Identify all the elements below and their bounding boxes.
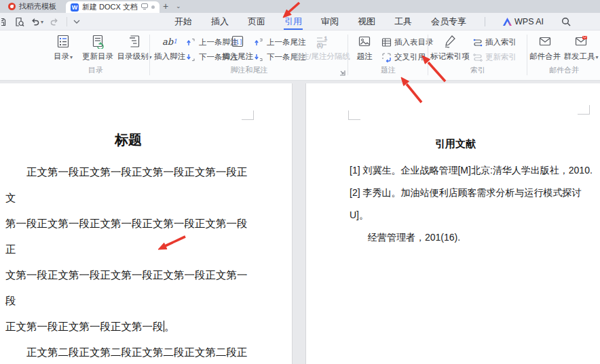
mark-index-entry-label: 标记索引项 xyxy=(430,52,470,62)
save-icon[interactable] xyxy=(1,17,8,27)
cross-reference-icon xyxy=(381,52,392,62)
menu-tab-insert[interactable]: 插入 xyxy=(210,14,229,30)
references-heading: 引用文献 xyxy=(333,138,578,150)
dialog-launcher-icon[interactable] xyxy=(339,66,345,79)
group-label-toc: 目录 xyxy=(42,65,149,75)
search-icon[interactable] xyxy=(561,17,571,26)
page-right[interactable]: 引用文献 [1] 刘冀生。企业战略管理[M]北京:清华人学出版社，2010. [… xyxy=(305,83,600,364)
group-divider xyxy=(428,35,428,75)
group-label-captions: 题注 xyxy=(349,65,428,75)
svg-text:(1): (1) xyxy=(317,43,323,48)
menu-tabs: 开始 插入 页面 引用 审阅 视图 工具 会员专享 WPS AI xyxy=(174,13,571,30)
tab-docer-templates[interactable]: 找稻壳模板 xyxy=(3,0,62,13)
caption-icon xyxy=(357,33,372,49)
reference-2-line2: 经营管理者，201(16). xyxy=(350,226,598,249)
para1-line2: 第一段正文第一段正文第一段正文第一段正文第一段正 xyxy=(5,211,254,262)
group-label-index: 索引 xyxy=(429,65,527,75)
group-label-mail-merge: 邮件合并 xyxy=(528,65,600,75)
group-divider xyxy=(149,35,150,75)
menu-tab-tools[interactable]: 工具 xyxy=(394,14,413,30)
caption-button[interactable]: 题注 xyxy=(352,33,377,62)
table-of-figures-icon xyxy=(381,37,392,47)
document-body[interactable]: 正文第一段正文第一段正文第一段正文第一段正文 第一段正文第一段正文第一段正文第一… xyxy=(5,159,254,364)
undo-dropdown-icon[interactable]: ▾ xyxy=(41,19,43,25)
mail-merge-label: 邮件合并 xyxy=(529,52,561,62)
document-tab-title: 新建 DOCX 文档.docx xyxy=(82,2,138,12)
insert-index-button[interactable]: 插入索引 xyxy=(472,37,517,47)
menu-tab-review[interactable]: 审阅 xyxy=(320,14,339,30)
menu-tab-page[interactable]: 页面 xyxy=(247,14,266,30)
cross-reference-button[interactable]: 交叉引用 xyxy=(381,52,426,62)
menu-tab-home[interactable]: 开始 xyxy=(174,14,193,30)
menu-tab-member[interactable]: 会员专享 xyxy=(430,14,467,30)
wps-ai-logo-icon xyxy=(503,18,512,26)
tab-list-chevron-icon[interactable]: ⌄ xyxy=(176,3,181,9)
insert-footnote-label: 插入脚注 xyxy=(154,52,185,62)
tab-document[interactable]: W 新建 DOCX 文档.docx xyxy=(66,1,160,13)
mail-merge-icon xyxy=(538,33,552,49)
toc-level-icon xyxy=(127,33,142,49)
ribbon: 目录▾ 更新目录 目录级别▾ 目录 ab1 插入脚注 上一条脚注 下一条脚 xyxy=(0,31,600,81)
print-preview-icon[interactable] xyxy=(14,17,24,27)
update-toc-label: 更新目录 xyxy=(82,52,113,62)
docer-logo-icon xyxy=(8,3,16,10)
prev-footnote-icon xyxy=(186,37,196,47)
group-divider xyxy=(348,35,348,75)
wps-ai-button[interactable]: WPS AI xyxy=(503,17,544,26)
undo-button[interactable]: ▾ xyxy=(31,18,43,26)
update-toc-icon xyxy=(90,33,105,49)
document-title: 标题 xyxy=(5,131,251,149)
group-divider xyxy=(527,35,527,75)
document-canvas[interactable]: 标题 正文第一段正文第一段正文第一段正文第一段正文 第一段正文第一段正文第一段正… xyxy=(0,81,600,364)
footnote-separator-icon: 1(1) xyxy=(314,33,329,49)
update-toc-button[interactable]: 更新目录 xyxy=(80,33,115,62)
ribbon-group-footnotes: ab1 插入脚注 上一条脚注 下一条脚注 [i] 插入尾注 上一条尾注 下一条尾… xyxy=(151,31,348,80)
chevron-down-icon: ▾ xyxy=(595,54,598,60)
group-label-footnotes: 脚注和尾注 xyxy=(151,65,348,75)
toolbar-divider xyxy=(67,17,67,26)
insert-endnote-button[interactable]: [i] 插入尾注 xyxy=(223,33,252,62)
menu-tab-view[interactable]: 视图 xyxy=(357,14,376,30)
ribbon-group-index: 标记索引项 插入索引 更新索引 索引 xyxy=(429,31,527,80)
para1-line3: 文第一段正文第一段正文第一段正文第一段正文第一段 xyxy=(5,262,254,314)
toc-level-label: 目录级别 xyxy=(117,52,148,60)
caption-label: 题注 xyxy=(357,52,373,62)
toc-button[interactable]: 目录▾ xyxy=(48,33,79,62)
mark-index-entry-button[interactable]: 标记索引项 xyxy=(430,33,470,62)
reference-2-line1: [2] 李秀山。加油站便利店顾客需求分析与运行模式探讨 U]。 xyxy=(350,182,598,226)
prev-endnote-icon xyxy=(254,37,264,47)
wps-ai-label: WPS AI xyxy=(514,17,544,26)
new-tab-button[interactable]: + xyxy=(163,1,168,12)
footnote-separator-label: 脚注/尾注分隔线 xyxy=(293,52,350,62)
svg-text:[i]: [i] xyxy=(233,39,242,45)
references-list[interactable]: [1] 刘冀生。企业战略管理[M]北京:清华人学出版社，2010. [2] 李秀… xyxy=(350,159,598,249)
toc-level-button[interactable]: 目录级别▾ xyxy=(115,33,153,62)
update-index-icon xyxy=(472,52,483,62)
update-index-button: 更新索引 xyxy=(472,52,517,62)
docer-tab-label: 找稻壳模板 xyxy=(19,1,56,12)
toolbar-more-chevron-icon[interactable] xyxy=(73,20,80,24)
svg-text:1: 1 xyxy=(324,36,327,41)
insert-index-icon xyxy=(472,37,483,47)
margin-mark xyxy=(242,110,254,120)
bulk-send-button[interactable]: 群发工具▾ xyxy=(562,33,600,62)
bulk-send-label: 群发工具 xyxy=(563,52,595,60)
margin-mark xyxy=(578,105,590,115)
next-footnote-icon xyxy=(186,52,196,62)
bulk-send-icon xyxy=(574,33,588,49)
para2-line1: 正文第二段正文第二段正文第二段正文第二段正文 xyxy=(5,340,254,364)
insert-table-of-figures-button[interactable]: 插入表目录 xyxy=(381,37,434,47)
mail-merge-button[interactable]: 邮件合并 xyxy=(528,33,562,62)
reference-1: [1] 刘冀生。企业战略管理[M]北京:清华人学出版社，2010. xyxy=(350,159,598,182)
update-index-label: 更新索引 xyxy=(485,52,517,62)
wps-writer-icon: W xyxy=(71,3,79,12)
ribbon-group-mail-merge: 邮件合并 群发工具▾ 邮件合并 xyxy=(528,31,600,80)
menu-divider xyxy=(485,17,485,26)
menu-tab-references[interactable]: 引用 xyxy=(284,14,303,30)
cross-reference-label: 交叉引用 xyxy=(394,52,426,62)
title-bar: 找稻壳模板 W 新建 DOCX 文档.docx + ⌄ xyxy=(0,0,600,13)
insert-footnote-button[interactable]: ab1 插入脚注 xyxy=(153,33,186,62)
toc-label: 目录 xyxy=(54,52,69,60)
redo-button xyxy=(50,18,59,26)
page-left[interactable]: 标题 正文第一段正文第一段正文第一段正文第一段正文 第一段正文第一段正文第一段正… xyxy=(0,83,293,364)
